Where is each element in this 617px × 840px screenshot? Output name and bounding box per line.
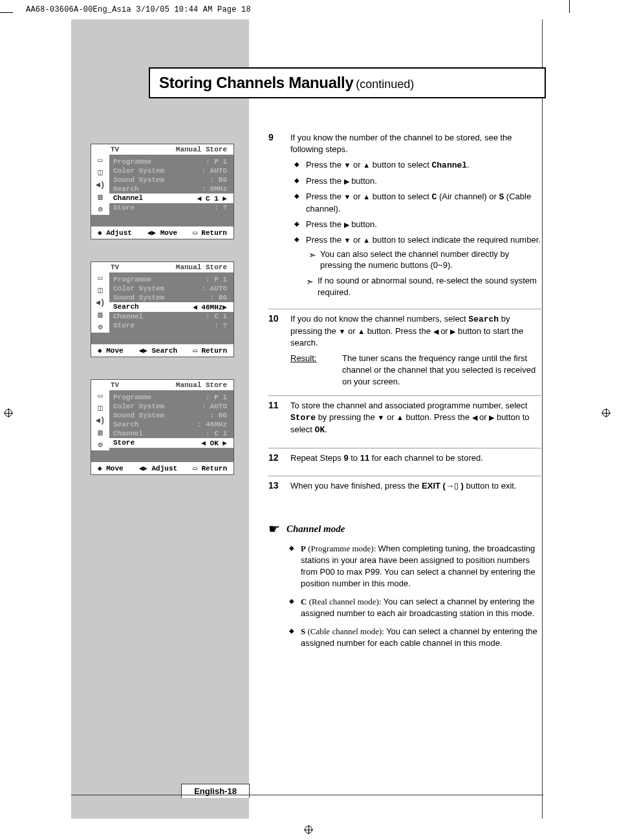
result-text: The tuner scans the frequency range unti…: [342, 353, 543, 388]
osd-tv-label: TV: [111, 146, 119, 153]
pointing-hand-icon: ☛: [268, 521, 280, 536]
down-arrow-icon: ▼: [344, 236, 351, 244]
right-arrow-icon: ▶: [344, 177, 349, 185]
osd-selected-row: Channel◀ C 1 ▶: [109, 193, 233, 203]
up-arrow-icon: ▲: [363, 161, 370, 169]
down-arrow-icon: ▼: [338, 327, 345, 335]
exit-icon: →▯: [446, 480, 459, 492]
registration-mark: [601, 408, 611, 417]
volume-icon: ◀): [96, 181, 105, 190]
osd-manual-store-label: Manual Store: [176, 146, 227, 153]
osd-selected-row: Store◀ OK ▶: [109, 438, 233, 448]
up-arrow-icon: ▲: [358, 327, 365, 335]
osd-panel-2: TVManual Store ▭ ◫ ◀) ▧ ⚙ Programme: P 1…: [91, 261, 234, 357]
print-slug: AA68-03606A-00Eng_Asia 3/10/05 10:44 AM …: [26, 5, 251, 14]
note-icon: [308, 249, 320, 272]
crop-mark: [0, 12, 13, 13]
channel-mode-title: Channel mode: [287, 524, 345, 535]
step-12: 12 Repeat Steps 9 to 11 for each channel…: [268, 448, 543, 476]
result-label: Result:: [290, 353, 342, 388]
picture-icon: ▭: [96, 156, 105, 166]
up-arrow-icon: ▲: [363, 236, 370, 244]
sound-icon: ◫: [96, 168, 105, 178]
left-arrow-icon: ◀: [433, 327, 438, 335]
left-arrow-icon: ◀: [472, 414, 477, 421]
channel-mode-c: C (Real channel mode): You can select a …: [289, 596, 543, 619]
channel-mode-section: ☛ Channel mode P (Programme mode): When …: [268, 521, 543, 656]
steps-column: 9 If you know the number of the channel …: [268, 128, 543, 503]
channel-icon: ▧: [96, 193, 105, 203]
volume-icon: ◀): [96, 416, 105, 426]
sound-icon: ◫: [96, 286, 105, 296]
osd-selected-row: Search◀ 46MHz▶: [109, 302, 233, 312]
footer-rule: [71, 795, 543, 795]
step-10: 10 If you do not know the channel number…: [268, 309, 543, 396]
picture-icon: ▭: [96, 274, 105, 283]
volume-icon: ◀): [96, 298, 105, 308]
up-arrow-icon: ▲: [396, 414, 404, 421]
step-13: 13 When you have finished, press the EXI…: [268, 476, 543, 504]
channel-icon: ▧: [96, 311, 105, 320]
page-title-box: Storing Channels Manually (continued): [149, 67, 546, 98]
channel-icon: ▧: [96, 428, 105, 438]
channel-mode-p: P (Programme mode): When completing tuni…: [289, 543, 543, 590]
step-9: 9 If you know the number of the channel …: [268, 128, 543, 309]
down-arrow-icon: ▼: [377, 414, 384, 421]
right-arrow-icon: ▶: [344, 221, 349, 228]
setup-icon: ⚙: [96, 441, 105, 450]
page-title-continued: (continued): [356, 78, 414, 91]
page-title: Storing Channels Manually: [159, 74, 354, 91]
picture-icon: ▭: [96, 392, 105, 401]
up-arrow-icon: ▲: [363, 193, 370, 201]
setup-icon: ⚙: [96, 205, 105, 215]
channel-mode-s: S (Cable channel mode): You can select a…: [289, 626, 543, 649]
down-arrow-icon: ▼: [344, 161, 351, 169]
down-arrow-icon: ▼: [344, 193, 351, 201]
registration-mark: [304, 825, 313, 834]
osd-panel-1: TVManual Store ▭ ◫ ◀) ▧ ⚙ Programme: P 1…: [91, 144, 234, 239]
registration-mark: [4, 408, 13, 417]
note-icon: [306, 275, 318, 298]
step-11: 11 To store the channel and associated p…: [268, 396, 543, 448]
crop-mark: [569, 0, 570, 13]
page-number-label: English-18: [181, 784, 250, 798]
osd-panel-3: TVManual Store ▭ ◫ ◀) ▧ ⚙ Programme: P 1…: [91, 379, 234, 475]
setup-icon: ⚙: [96, 323, 105, 333]
sound-icon: ◫: [96, 404, 105, 414]
